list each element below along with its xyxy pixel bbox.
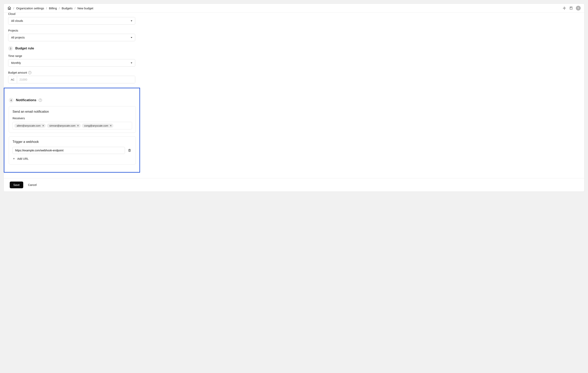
close-icon[interactable]: ✕ (42, 124, 44, 127)
chip-label: allen@anyscale.com (17, 124, 41, 127)
notifications-highlight: 4 Notifications ? Send an email notifica… (4, 88, 140, 173)
svg-rect-4 (570, 7, 572, 10)
projects-label: Projects (8, 29, 138, 32)
currency-prefix: AC (8, 76, 17, 83)
save-button[interactable]: Save (10, 181, 23, 188)
trash-icon[interactable] (128, 149, 131, 152)
projects-select[interactable]: All projects (8, 34, 135, 41)
breadcrumb-new-budget[interactable]: New budget (77, 7, 93, 10)
breadcrumb-separator: / (46, 7, 47, 10)
topbar: / Organization settings / Billing / Budg… (4, 4, 584, 13)
svg-rect-1 (563, 8, 564, 8)
webhook-card-title: Trigger a webhook (12, 140, 132, 144)
add-url-button[interactable]: + Add URL (12, 156, 132, 161)
bookmark-icon[interactable] (569, 6, 573, 10)
breadcrumb-separator: / (13, 7, 14, 10)
footer: Save Cancel (4, 178, 584, 192)
step-number: 3 (8, 46, 13, 51)
email-chip: cong@anyscale.com ✕ (82, 124, 114, 128)
budget-amount-input[interactable] (17, 76, 135, 83)
time-range-select[interactable]: Monthly (8, 59, 135, 67)
budget-amount-input-group: AC (8, 76, 135, 83)
slack-icon[interactable] (562, 6, 566, 10)
chevron-down-icon (131, 20, 132, 21)
time-range-label: Time range (8, 54, 138, 58)
breadcrumb-billing[interactable]: Billing (49, 7, 57, 10)
chevron-down-icon (131, 62, 132, 63)
webhook-card: Trigger a webhook + Add URL (9, 136, 136, 164)
chip-label: simran@anyscale.com (49, 124, 75, 127)
notifications-section-head: 4 Notifications ? (9, 98, 135, 102)
chevron-down-icon (131, 37, 132, 38)
email-chip: simran@anyscale.com ✕ (47, 124, 81, 128)
step-number: 4 (9, 98, 13, 102)
close-icon[interactable]: ✕ (109, 124, 112, 127)
breadcrumb: / Organization settings / Billing / Budg… (7, 6, 93, 10)
plus-icon: + (12, 157, 15, 160)
breadcrumb-budgets[interactable]: Budgets (62, 7, 73, 10)
close-icon[interactable]: ✕ (77, 124, 79, 127)
email-card-title: Send an email notification (12, 110, 132, 113)
section-title: Budget rule (15, 46, 34, 50)
time-range-select-value: Monthly (11, 61, 21, 64)
section-title: Notifications (16, 98, 36, 102)
help-icon[interactable]: ? (28, 71, 32, 74)
add-url-label: Add URL (17, 157, 29, 160)
svg-rect-2 (564, 8, 565, 10)
svg-rect-3 (565, 8, 566, 8)
cancel-button[interactable]: Cancel (28, 183, 37, 186)
budget-rule-section-head: 3 Budget rule (8, 46, 138, 51)
cloud-label: Cloud (8, 12, 138, 15)
avatar[interactable]: S (576, 6, 581, 10)
receivers-label: Receivers (12, 117, 132, 120)
cloud-select-value: All clouds (11, 19, 23, 22)
help-icon[interactable]: ? (39, 99, 42, 102)
cloud-select[interactable]: All clouds (8, 17, 135, 25)
breadcrumb-org-settings[interactable]: Organization settings (16, 7, 44, 10)
projects-select-value: All projects (11, 36, 25, 39)
receivers-input[interactable]: allen@anyscale.com ✕ simran@anyscale.com… (12, 122, 132, 129)
breadcrumb-separator: / (59, 7, 60, 10)
home-icon[interactable] (7, 6, 11, 10)
webhook-url-input[interactable] (12, 147, 125, 154)
chip-label: cong@anyscale.com (84, 124, 108, 127)
budget-amount-label: Budget amount ? (8, 71, 138, 74)
breadcrumb-separator: / (75, 7, 75, 10)
email-notification-card: Send an email notification Receivers all… (9, 106, 136, 133)
email-chip: allen@anyscale.com ✕ (14, 124, 46, 128)
svg-rect-0 (564, 7, 565, 8)
